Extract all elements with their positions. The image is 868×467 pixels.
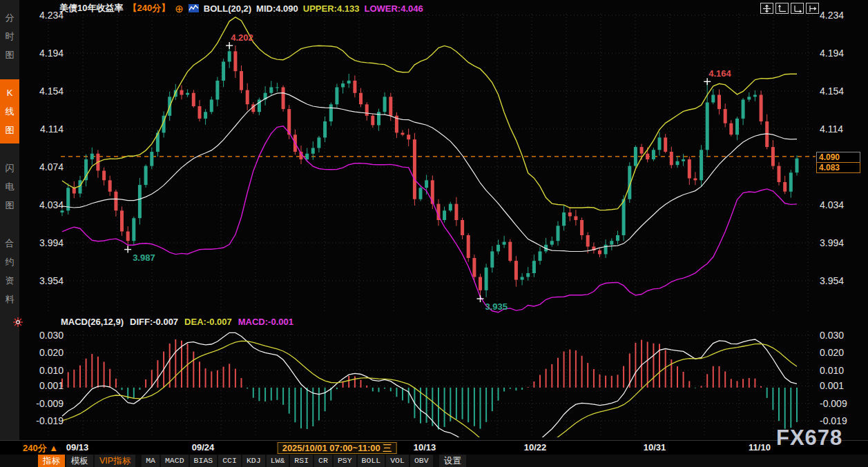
interval-arrow-icon: ▲ [49,443,58,453]
price-axis-label-right: 4.114 [820,123,860,135]
toolbar-item-obv[interactable]: OBV [410,455,433,467]
macd-axis-label-left: 0.010 [29,365,64,376]
boll-upper-value: UPPER:4.133 [303,3,360,14]
y-axis-zoom-icon[interactable] [775,3,789,14]
toolbar-item-[interactable]: 指标 [38,455,65,467]
price-axis-label-right: 4.034 [820,199,860,210]
macd-axis-label-left: 0.020 [29,347,64,358]
pan-icon[interactable] [760,3,773,14]
price-axis-label-left: 4.114 [29,123,64,135]
price-axis-label-right: 4.194 [820,48,860,59]
toolbar-item-cci[interactable]: CCI [218,455,241,467]
boll-lower-value: LOWER:4.046 [364,3,423,14]
sidebar-item-3[interactable]: 闪电图 [0,155,19,219]
macd-axis-label-right: 0.030 [820,330,860,341]
x-axis-row: 240分 ▲ 09/1309/242025/10/01 07:00~11:00 … [0,440,868,455]
price-axis-label-left: 4.194 [29,48,64,59]
x-axis-tick: 09/24 [192,442,215,453]
toolbar-item-cr[interactable]: CR [314,455,332,467]
price-axis-label-left: 4.234 [29,10,64,21]
macd-axis-label-left: 0.001 [29,380,64,391]
alert-icon[interactable] [12,317,23,328]
sidebar-item-4[interactable]: 合约资料 [0,230,19,312]
toolbar-item-rsi[interactable]: RSI [290,455,313,467]
macd-axis-label-right: -0.009 [820,398,860,409]
price-axis-label-left: 3.994 [29,237,64,248]
price-axis-label-right: 3.954 [820,275,860,286]
price-axis-label-left: 4.074 [29,161,64,172]
toolbar-item-ma[interactable]: MA [142,455,160,467]
macd-axis-label-right: 0.020 [820,347,860,358]
x-axis-tick: 10/13 [414,442,436,453]
indicator-toolbar: 指标模板VIP指标MAMACDBIASCCIKDJLW&RSICRPSYBOLL… [0,455,868,467]
macd-diff-value: DIFF:-0.007 [130,317,178,327]
macd-title: MACD(26,12,9) [61,317,124,327]
macd-axis-label-right: 0.010 [820,365,860,376]
chart-header: 美债10年收益率 【240分】 ⊕ BOLL(20,2) MID:4.090 U… [59,2,423,14]
x-axis-tick: 10/22 [524,442,547,453]
x-axis-zoom-icon[interactable] [791,3,804,14]
watermark: FX678 [776,426,842,450]
toolbar-item-[interactable]: 设置 [439,455,466,467]
price-axis-label-left: 3.954 [29,275,64,286]
interval-selector[interactable]: 240分 ▲ [23,442,58,455]
chart-toolbar-icons [760,3,819,14]
mid-price-box: 4.090 [816,152,860,163]
selected-bar-datetime: 2025/10/01 07:00~11:00 三 [278,442,397,454]
period-label[interactable]: 【240分】 [128,2,170,14]
svg-text:4.202: 4.202 [231,32,253,43]
macd-axis-label-left: 0.030 [29,330,64,341]
macd-macd-value: MACD:-0.001 [238,317,293,327]
x-axis-tick: 11/10 [749,442,771,453]
toolbar-item-vip[interactable]: VIP指标 [95,455,135,467]
price-axis-label-right: 3.994 [820,237,860,248]
macd-dea-value: DEA:-0.007 [184,317,232,327]
toolbar-item-kdj[interactable]: KDJ [242,455,265,467]
toolbar-item-vol[interactable]: VOL [386,455,409,467]
left-sidebar: 分时图K线图闪电图合约资料 [0,0,19,440]
x-axis-tick: 09/13 [66,442,89,453]
toolbar-item-bias[interactable]: BIAS [190,455,218,467]
macd-axis-label-right: 0.001 [820,380,860,391]
x-axis-tick: 10/31 [644,442,666,453]
toolbar-item-psy[interactable]: PSY [334,455,356,467]
instrument-title: 美债10年收益率 [59,2,123,14]
sidebar-item-2[interactable]: K线图 [0,79,19,143]
price-axis-label-right: 4.154 [820,86,860,97]
macd-header: MACD(26,12,9) DIFF:-0.007 DEA:-0.007 MAC… [61,317,293,327]
macd-axis-label-left: -0.009 [29,398,64,409]
sidebar-item-1[interactable]: 分时图 [0,4,19,68]
app-window: 3.9874.2023.9354.164 分时图K线图闪电图合约资料 美债10年… [0,0,868,467]
scroll-right-icon[interactable] [806,3,819,14]
toolbar-item-macd[interactable]: MACD [161,455,189,467]
price-chart-canvas[interactable]: 3.9874.2023.9354.164 [0,0,868,467]
boll-mid-value: MID:4.090 [256,3,298,14]
price-axis-label-right: 4.234 [820,10,860,21]
boll-label: BOLL(20,2) [204,3,251,14]
add-indicator-icon[interactable]: ⊕ [175,4,184,13]
macd-axis-label-right: -0.019 [820,415,860,426]
macd-axis-label-left: -0.019 [29,415,64,426]
price-axis-label-left: 4.154 [29,86,64,97]
toolbar-item-[interactable]: 模板 [66,455,93,467]
price-axis-label-left: 4.034 [29,199,64,210]
indicator-chip-icon [189,4,199,12]
svg-text:4.164: 4.164 [708,68,731,79]
svg-text:3.935: 3.935 [485,301,508,312]
svg-text:3.987: 3.987 [133,252,155,263]
toolbar-item-lw[interactable]: LW& [267,455,289,467]
toolbar-item-boll[interactable]: BOLL [358,455,385,467]
last-price-box: 4.083 [816,162,860,173]
